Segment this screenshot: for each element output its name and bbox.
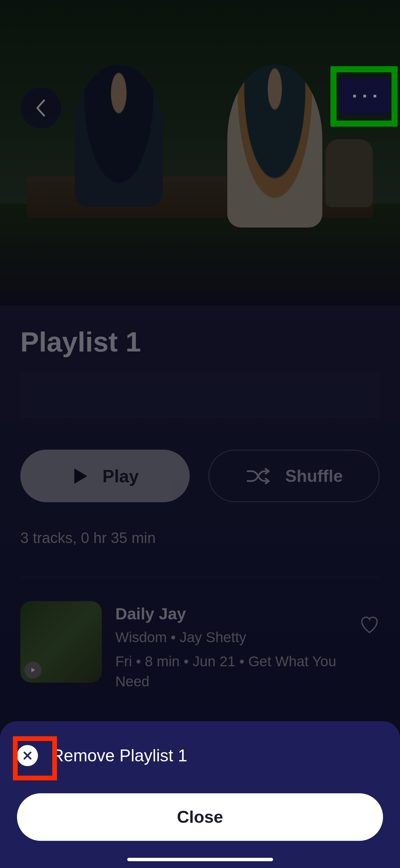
- playlist-screen: Playlist 1 Play Shuffle 3 tracks, 0 hr 3…: [0, 0, 400, 868]
- x-icon: [22, 750, 33, 761]
- remove-playlist-label: Remove Playlist 1: [52, 746, 187, 765]
- home-indicator[interactable]: [127, 858, 273, 861]
- close-button[interactable]: Close: [17, 793, 383, 841]
- close-button-label: Close: [177, 807, 223, 827]
- close-circle-icon: [17, 745, 38, 766]
- remove-playlist-action[interactable]: Remove Playlist 1: [17, 745, 383, 766]
- action-sheet: Remove Playlist 1 Close: [0, 721, 400, 868]
